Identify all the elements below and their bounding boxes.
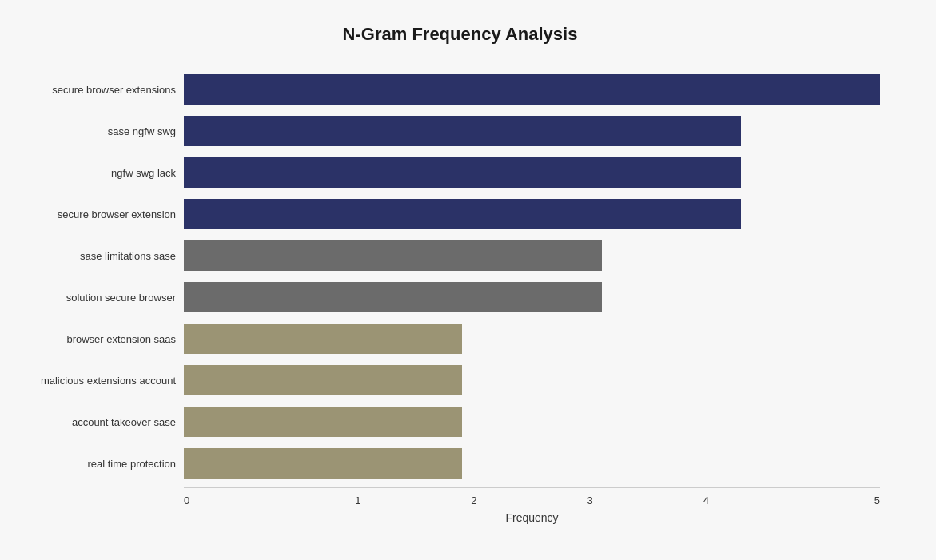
bar-track bbox=[184, 448, 880, 479]
bar-row: real time protection bbox=[184, 443, 880, 484]
bar-row: browser extension saas bbox=[184, 318, 880, 359]
bar-label: malicious extensions account bbox=[8, 375, 176, 387]
bar-track bbox=[184, 240, 880, 271]
bar-fill bbox=[184, 282, 602, 312]
bar-track bbox=[184, 116, 880, 146]
bar-label: sase limitations sase bbox=[8, 250, 176, 262]
bar-label: solution secure browser bbox=[8, 292, 176, 304]
x-tick: 0 bbox=[184, 494, 300, 506]
bar-label: account takeover sase bbox=[8, 416, 176, 428]
bar-row: secure browser extension bbox=[184, 193, 880, 235]
x-tick: 5 bbox=[764, 494, 880, 506]
bar-track bbox=[184, 407, 880, 437]
bar-row: secure browser extensions bbox=[184, 69, 880, 110]
x-axis-label: Frequency bbox=[184, 511, 880, 524]
bar-fill bbox=[184, 74, 880, 105]
bar-track bbox=[184, 365, 880, 395]
bar-track bbox=[184, 199, 880, 229]
chart-title: N-Gram Frequency Analysis bbox=[16, 16, 904, 45]
bar-label: ngfw swg lack bbox=[8, 167, 176, 179]
bar-label: secure browser extension bbox=[8, 209, 176, 220]
bar-row: malicious extensions account bbox=[184, 359, 880, 401]
chart-container: N-Gram Frequency Analysis secure browser… bbox=[0, 0, 936, 560]
bar-row: sase ngfw swg bbox=[184, 110, 880, 152]
x-axis: 012345 bbox=[184, 487, 880, 506]
bar-fill bbox=[184, 365, 462, 395]
x-tick: 2 bbox=[416, 494, 532, 506]
bar-track bbox=[184, 324, 880, 354]
bar-fill bbox=[184, 199, 741, 229]
bar-fill bbox=[184, 407, 462, 437]
bar-label: secure browser extensions bbox=[8, 84, 176, 96]
bar-fill bbox=[184, 116, 741, 146]
bar-fill bbox=[184, 240, 602, 271]
bar-row: sase limitations sase bbox=[184, 235, 880, 276]
bar-row: ngfw swg lack bbox=[184, 152, 880, 193]
x-tick: 3 bbox=[532, 494, 648, 506]
bar-label: sase ngfw swg bbox=[8, 125, 176, 137]
bar-label: browser extension saas bbox=[8, 333, 176, 345]
bar-fill bbox=[184, 448, 462, 479]
bar-track bbox=[184, 157, 880, 188]
bar-label: real time protection bbox=[8, 458, 176, 470]
bar-track bbox=[184, 74, 880, 105]
bar-fill bbox=[184, 324, 462, 354]
bar-fill bbox=[184, 157, 741, 188]
bar-track bbox=[184, 282, 880, 312]
bar-row: solution secure browser bbox=[184, 276, 880, 318]
x-tick: 4 bbox=[648, 494, 764, 506]
x-tick: 1 bbox=[300, 494, 416, 506]
chart-area: secure browser extensionssase ngfw swgng… bbox=[184, 69, 880, 484]
bar-row: account takeover sase bbox=[184, 401, 880, 443]
